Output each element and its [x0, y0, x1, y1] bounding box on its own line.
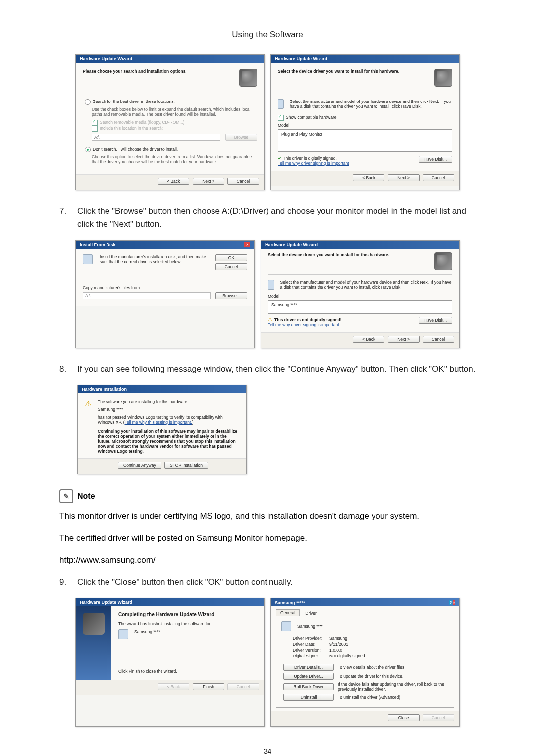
title-text: Samsung *****	[275, 600, 305, 605]
note-url[interactable]: http://www.samsung.com/	[59, 554, 476, 567]
tab-driver[interactable]: Driver	[301, 610, 321, 617]
continue-anyway-button[interactable]: Continue Anyway	[118, 462, 161, 469]
check-include-location[interactable]	[92, 126, 98, 132]
row-label: Driver Date:	[292, 641, 329, 647]
tell-link[interactable]: Tell me why driver signing is important	[278, 161, 349, 166]
driver-details-button[interactable]: Driver Details...	[283, 664, 334, 671]
driver-info-table: Driver Provider:Samsung Driver Date:9/11…	[292, 635, 365, 659]
btn-desc: To uninstall the driver (Advanced).	[338, 695, 402, 700]
chk-label: Search removable media (floppy, CD-ROM..…	[100, 120, 184, 125]
chip-icon	[278, 99, 284, 109]
step-number: 9.	[59, 576, 77, 589]
wizard-side-banner	[76, 606, 111, 680]
have-disk-button[interactable]: Have Disk...	[419, 156, 452, 163]
row-label: Driver Provider:	[292, 635, 329, 641]
dialog-heading: Completing the Hardware Update Wizard	[118, 612, 257, 617]
browse-button[interactable]: Browse...	[215, 292, 247, 299]
page: Using the Software Hardware Update Wizar…	[0, 0, 535, 756]
dialog-heading: Select the device driver you want to ins…	[268, 252, 429, 257]
have-disk-button[interactable]: Have Disk...	[419, 317, 452, 324]
dialog-select-driver-samsung: Hardware Update Wizard Select the device…	[261, 240, 460, 348]
testing-link[interactable]: Tell me why this testing is important.	[125, 420, 192, 425]
dialog-completing-wizard: Hardware Update Wizard Completing the Ha…	[75, 598, 265, 727]
dialog-title: Hardware Installation	[78, 385, 246, 393]
back-button: < Back	[158, 683, 189, 690]
radio-search-best[interactable]	[85, 99, 91, 105]
browse-button[interactable]: Browse	[225, 134, 257, 141]
back-button[interactable]: < Back	[353, 336, 384, 343]
next-button[interactable]: Next >	[193, 178, 224, 185]
dialog-select-driver: Hardware Update Wizard Select the device…	[270, 54, 460, 190]
check-removable[interactable]	[92, 120, 98, 126]
cancel-button: Cancel	[423, 714, 454, 721]
cancel-button[interactable]: Cancel	[423, 174, 454, 181]
model-label: Model	[278, 123, 452, 128]
device-name: Samsung ****	[297, 624, 323, 629]
btn-desc: If the device fails after updating the d…	[338, 682, 449, 692]
dialog-heading: Please choose your search and installati…	[83, 69, 234, 74]
radio-dont-search[interactable]	[85, 147, 91, 152]
figure-row-2: Install From Disk × Insert the manufactu…	[59, 240, 476, 348]
next-button[interactable]: Next >	[388, 336, 420, 343]
model-list[interactable]: Samsung ****	[268, 300, 452, 314]
back-button[interactable]: < Back	[353, 174, 384, 181]
dialog-search-options: Hardware Update Wizard Please choose you…	[75, 54, 265, 190]
warning-icon: ⚠	[85, 399, 92, 454]
model-list[interactable]: Plug and Play Monitor	[278, 129, 452, 152]
cancel-button[interactable]: Cancel	[423, 336, 454, 343]
close-button[interactable]: Close	[388, 714, 420, 721]
wizard-icon	[239, 69, 257, 87]
btn-desc: To update the driver for this device.	[338, 674, 403, 679]
step-text: Click the "Browse" button then choose A:…	[77, 205, 476, 231]
check-show-compatible[interactable]	[278, 115, 284, 121]
back-button[interactable]: < Back	[158, 178, 189, 185]
tell-link[interactable]: Tell me why driver signing is important	[268, 322, 342, 327]
device-icon	[281, 621, 291, 631]
help-icon[interactable]: ?	[449, 600, 452, 605]
title-text: Hardware Update Wizard	[80, 56, 132, 61]
step-number: 7.	[59, 205, 77, 218]
cancel-button[interactable]: Cancel	[215, 263, 247, 270]
finish-button[interactable]: Finish	[193, 683, 224, 690]
step-8: 8. If you can see following message wind…	[59, 363, 476, 376]
ok-button[interactable]: OK	[215, 254, 247, 261]
update-driver-button[interactable]: Update Driver...	[283, 673, 334, 680]
list-item[interactable]: Plug and Play Monitor	[281, 132, 322, 137]
line2: Samsung ****	[98, 407, 239, 412]
cancel-button: Cancel	[227, 683, 259, 690]
figure-row-4: Hardware Update Wizard Completing the Ha…	[59, 598, 476, 727]
close-icon[interactable]: ×	[453, 600, 455, 605]
row-value: 1.0.0.0	[329, 647, 365, 653]
figure-row-3: Hardware Installation ⚠ The software you…	[77, 385, 476, 474]
step-text: Click the "Close" button then click "OK"…	[77, 576, 476, 589]
stop-installation-button[interactable]: STOP Installation	[164, 462, 208, 469]
line1: The software you are installing for this…	[98, 399, 239, 404]
note-p2: The certified driver will be posted on S…	[59, 532, 476, 545]
cancel-button[interactable]: Cancel	[227, 178, 259, 185]
path-combo[interactable]: A:\	[83, 292, 211, 299]
not-signed-text: This driver is not digitally signed!	[274, 317, 342, 322]
note-icon: ✎	[59, 489, 73, 503]
device-name: Samsung ****	[134, 629, 160, 639]
device-icon	[118, 629, 128, 639]
list-item[interactable]: Samsung ****	[271, 302, 297, 307]
uninstall-button[interactable]: Uninstall	[283, 694, 334, 701]
step-7: 7. Click the "Browse" button then choose…	[59, 205, 476, 231]
row-label: Driver Version:	[292, 647, 329, 653]
tab-general[interactable]: General	[276, 609, 300, 616]
roll-back-button[interactable]: Roll Back Driver	[283, 683, 334, 690]
chip-icon	[268, 280, 274, 290]
next-button[interactable]: Next >	[388, 174, 420, 181]
close-icon[interactable]: ×	[244, 242, 250, 247]
opt-desc: Use the check boxes below to limit or ex…	[92, 107, 257, 117]
dialog-sub: The wizard has finished installing the s…	[118, 621, 257, 626]
dialog-title: Samsung ***** ?×	[271, 598, 459, 606]
wizard-badge-icon	[83, 613, 105, 635]
dialog-desc: Select the manufacturer and model of you…	[290, 99, 452, 109]
path-input[interactable]: A:\	[92, 134, 220, 141]
chk-label: Show compatible hardware	[286, 115, 337, 120]
opt-label: Search for the best driver in these loca…	[93, 99, 175, 104]
dialog-title: Install From Disk ×	[76, 241, 254, 249]
dialog-desc: Select the manufacturer and model of you…	[280, 280, 452, 290]
dialog-driver-properties: Samsung ***** ?× General Driver Samsung …	[270, 598, 460, 727]
